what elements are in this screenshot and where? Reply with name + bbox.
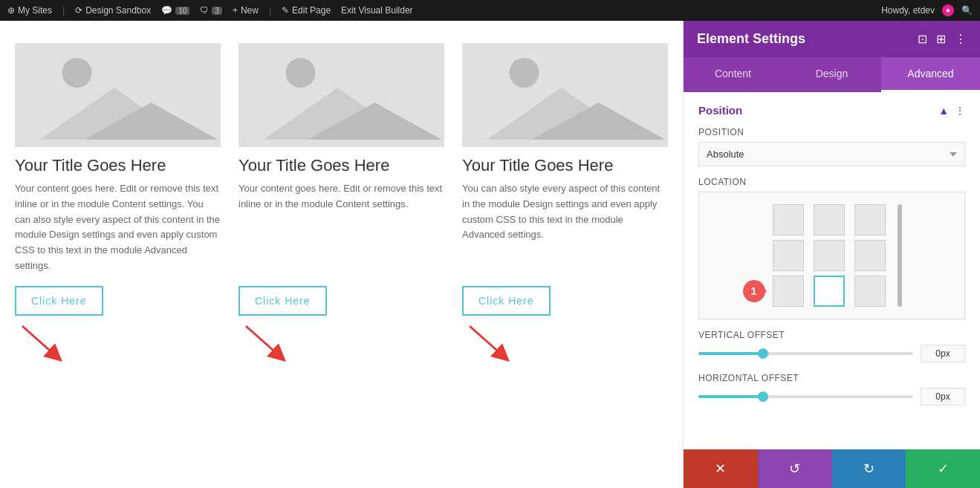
location-label: Location bbox=[698, 177, 965, 187]
exit-visual-builder-button[interactable]: Exit Visual Builder bbox=[341, 5, 413, 16]
card-3: Your Title Goes Here You can also style … bbox=[462, 43, 668, 363]
svg-line-5 bbox=[22, 326, 56, 356]
position-badge: 1 bbox=[743, 280, 765, 302]
site-icon: ⟳ bbox=[75, 5, 82, 16]
plus-icon: + bbox=[233, 5, 238, 16]
columns-icon[interactable]: ⊞ bbox=[936, 32, 946, 46]
card-2: Your Title Goes Here Your content goes h… bbox=[238, 43, 444, 363]
loc-mc[interactable] bbox=[814, 240, 845, 271]
horizontal-offset-thumb[interactable] bbox=[758, 391, 768, 402]
card-3-title: Your Title Goes Here bbox=[462, 156, 668, 175]
new-button[interactable]: + New bbox=[233, 5, 259, 16]
section-title: Position bbox=[698, 104, 742, 117]
vertical-offset-fill bbox=[698, 352, 763, 355]
page-content: Your Title Goes Here Your content goes h… bbox=[0, 21, 683, 488]
location-grid-wrapper: 1 bbox=[698, 192, 965, 319]
position-label: Position bbox=[698, 127, 965, 137]
section-more-icon[interactable]: ⋮ bbox=[955, 105, 965, 117]
tab-content[interactable]: Content bbox=[684, 57, 782, 92]
vertical-offset-value[interactable]: 0px bbox=[921, 345, 965, 362]
loc-mr[interactable] bbox=[854, 240, 886, 271]
my-sites-link[interactable]: ⊕ My Sites bbox=[7, 5, 52, 16]
vertical-offset-slider-row: 0px bbox=[698, 345, 965, 362]
card-2-image bbox=[238, 43, 444, 147]
position-indicator: 1 bbox=[743, 280, 765, 302]
vertical-offset-track bbox=[698, 352, 913, 355]
card-1: Your Title Goes Here Your content goes h… bbox=[15, 43, 221, 363]
comments-link[interactable]: 💬 10 bbox=[161, 5, 189, 16]
edit-page-button[interactable]: ✎ Edit Page bbox=[282, 5, 331, 16]
undo-button[interactable]: ↺ bbox=[758, 449, 832, 488]
loc-br[interactable] bbox=[854, 276, 886, 307]
tab-design[interactable]: Design bbox=[782, 57, 881, 92]
location-field-group: Location bbox=[698, 177, 965, 319]
panel-title: Element Settings bbox=[697, 31, 805, 47]
panel-header: Element Settings ⊡ ⊞ ⋮ bbox=[684, 21, 980, 57]
top-bar: ⊕ My Sites | ⟳ Design Sandbox 💬 10 🗨 3 +… bbox=[0, 0, 980, 21]
location-grid bbox=[773, 204, 892, 307]
settings-tabs: Content Design Advanced bbox=[684, 57, 980, 92]
card-1-title: Your Title Goes Here bbox=[15, 156, 221, 175]
card-1-arrow bbox=[15, 319, 74, 363]
card-2-text: Your content goes here. Edit or remove t… bbox=[238, 181, 444, 274]
loc-tr[interactable] bbox=[854, 204, 886, 235]
loc-tc[interactable] bbox=[814, 204, 845, 235]
action-bar: ✕ ↺ ↻ ✓ bbox=[684, 449, 980, 488]
card-2-arrow bbox=[238, 319, 298, 363]
collapse-icon[interactable]: ▲ bbox=[938, 105, 949, 117]
card-2-button[interactable]: Click Here bbox=[238, 286, 327, 316]
loc-tl[interactable] bbox=[773, 204, 804, 235]
howdy-text: Howdy, etdev bbox=[881, 5, 935, 16]
horizontal-offset-track bbox=[698, 395, 913, 398]
main-layout: Your Title Goes Here Your content goes h… bbox=[0, 21, 980, 488]
svg-point-1 bbox=[62, 58, 92, 88]
wp-icon: ⊕ bbox=[7, 5, 15, 16]
save-button[interactable]: ✓ bbox=[906, 449, 980, 488]
card-1-text: Your content goes here. Edit or remove t… bbox=[15, 181, 221, 274]
cancel-button[interactable]: ✕ bbox=[684, 449, 758, 488]
element-settings-panel: Element Settings ⊡ ⊞ ⋮ Content Design Ad… bbox=[683, 21, 980, 488]
card-3-arrow bbox=[462, 319, 522, 363]
section-header: Position ▲ ⋮ bbox=[698, 104, 965, 117]
card-3-image bbox=[462, 43, 668, 147]
svg-point-7 bbox=[286, 58, 316, 88]
location-scrollbar bbox=[898, 204, 902, 307]
position-select[interactable]: Absolute Fixed Relative Static bbox=[698, 142, 965, 166]
vertical-offset-thumb[interactable] bbox=[758, 348, 768, 359]
loc-bl[interactable] bbox=[773, 276, 804, 307]
svg-line-17 bbox=[470, 326, 503, 356]
redo-button[interactable]: ↻ bbox=[832, 449, 906, 488]
svg-point-13 bbox=[510, 58, 539, 88]
more-icon[interactable]: ⋮ bbox=[955, 32, 967, 46]
position-field-group: Position Absolute Fixed Relative Static bbox=[698, 127, 965, 166]
loc-ml[interactable] bbox=[773, 240, 804, 271]
card-1-image bbox=[15, 43, 221, 147]
loc-bc[interactable] bbox=[814, 276, 845, 307]
card-2-title: Your Title Goes Here bbox=[238, 156, 444, 175]
user-avatar: ★ bbox=[942, 4, 954, 16]
horizontal-offset-value[interactable]: 0px bbox=[921, 388, 965, 406]
expand-icon[interactable]: ⊡ bbox=[918, 32, 927, 46]
vertical-offset-group: Vertical Offset 0px bbox=[698, 330, 965, 362]
horizontal-offset-fill bbox=[698, 395, 763, 398]
comment-icon: 💬 bbox=[161, 5, 172, 16]
vertical-offset-label: Vertical Offset bbox=[698, 330, 965, 340]
pencil-icon: ✎ bbox=[282, 5, 289, 16]
horizontal-offset-group: Horizontal Offset 0px bbox=[698, 373, 965, 406]
card-grid: Your Title Goes Here Your content goes h… bbox=[15, 43, 668, 363]
svg-line-11 bbox=[246, 326, 279, 356]
messages-link[interactable]: 🗨 3 bbox=[200, 5, 222, 16]
horizontal-offset-slider-row: 0px bbox=[698, 388, 965, 406]
panel-body: Position ▲ ⋮ Position Absolute Fixed Rel… bbox=[684, 92, 980, 449]
card-3-button[interactable]: Click Here bbox=[462, 286, 551, 316]
message-icon: 🗨 bbox=[200, 5, 209, 16]
tab-advanced[interactable]: Advanced bbox=[881, 57, 980, 92]
position-section: Position ▲ ⋮ Position Absolute Fixed Rel… bbox=[684, 92, 980, 428]
card-1-button[interactable]: Click Here bbox=[15, 286, 103, 316]
site-name-link[interactable]: ⟳ Design Sandbox bbox=[75, 5, 151, 16]
horizontal-offset-label: Horizontal Offset bbox=[698, 373, 965, 383]
card-3-text: You can also style every aspect of this … bbox=[462, 181, 668, 274]
search-icon[interactable]: 🔍 bbox=[961, 5, 973, 16]
